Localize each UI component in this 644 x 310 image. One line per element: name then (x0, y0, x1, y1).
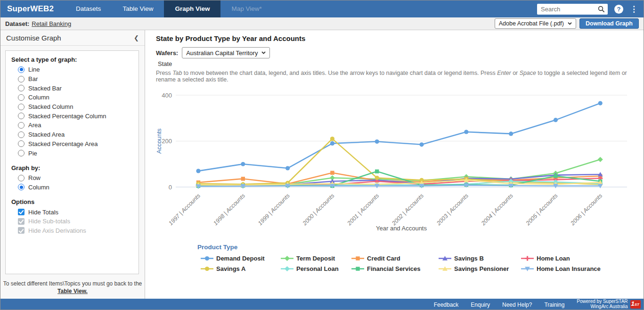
graph-type-heading: Select a type of graph: (11, 56, 133, 63)
svg-text:1997 | Accounts: 1997 | Accounts (167, 192, 202, 227)
radio-graph-type-bar[interactable]: Bar (18, 74, 133, 84)
legend-item-savings-a[interactable]: Savings A (201, 265, 281, 272)
navbar-right: ? ⋮ (537, 0, 644, 17)
options-list: Hide Totals Hide Sub-totals Hide Axis De… (11, 207, 133, 235)
chevron-down-icon (261, 51, 266, 54)
collapse-panel-icon[interactable]: ❮ (134, 34, 139, 41)
legend-item-savings-b[interactable]: Savings B (439, 255, 521, 262)
radio-icon[interactable] (18, 131, 24, 138)
radio-graph-type-stacked-bar[interactable]: Stacked Bar (18, 83, 133, 93)
radio-icon[interactable] (18, 140, 24, 147)
download-graph-button[interactable]: Download Graph (579, 18, 639, 29)
legend-item-savings-pensioner[interactable]: Savings Pensioner (439, 265, 521, 272)
chart-legend: Product Type Demand Deposit Term Deposit… (197, 244, 639, 272)
dataset-bar: Dataset: Retail Banking Adobe Acrobat Fi… (0, 17, 644, 30)
legend-item-financial-services[interactable]: Financial Services (351, 265, 439, 272)
legend-marker-icon (351, 255, 364, 261)
nav-tab-graph-view[interactable]: Graph View (164, 0, 220, 17)
svg-text:1999 | Accounts: 1999 | Accounts (257, 192, 291, 227)
footer-link-enquiry[interactable]: Enquiry (471, 302, 490, 308)
nav-tab-datasets[interactable]: Datasets (65, 0, 112, 17)
wafer-select[interactable]: Australian Capital Territory (182, 47, 270, 58)
radio-graph-by-column[interactable]: Column (18, 183, 133, 192)
footer-link-training[interactable]: Training (544, 302, 564, 308)
graph-settings-box: Select a type of graph: Line Bar Stacked… (5, 50, 139, 274)
svg-text:2003 | Accounts: 2003 | Accounts (435, 192, 470, 227)
footer-bar: FeedbackEnquiryNeed Help?Training Powere… (0, 299, 644, 310)
svg-text:0: 0 (169, 184, 172, 191)
svg-text:2006 | Accounts: 2006 | Accounts (569, 192, 604, 227)
footer-link-need-help[interactable]: Need Help? (502, 302, 532, 308)
radio-graph-type-pie[interactable]: Pie (18, 148, 133, 158)
wafer-selected-value: Australian Capital Territory (186, 49, 258, 57)
checkbox-icon (18, 218, 24, 225)
legend-item-personal-loan[interactable]: Personal Loan (281, 265, 351, 272)
menu-kebab-icon[interactable]: ⋮ (630, 5, 638, 14)
checkbox-icon[interactable] (18, 209, 24, 215)
legend-marker-icon (281, 255, 293, 261)
radio-graph-type-stacked-percentage-column[interactable]: Stacked Percentage Column (18, 111, 133, 121)
legend-marker-icon (521, 255, 534, 261)
radio-graph-type-column[interactable]: Column (18, 93, 133, 102)
export-format-select[interactable]: Adobe Acrobat File (.pdf) (495, 18, 576, 29)
sidebar-header: Customise Graph ❮ (0, 30, 145, 46)
dataset-label: Dataset: (5, 20, 29, 27)
legend-item-credit-card[interactable]: Credit Card (351, 255, 439, 262)
series-demand-deposit[interactable] (196, 101, 602, 173)
legend-item-term-deposit[interactable]: Term Deposit (281, 255, 351, 262)
options-heading: Options (11, 198, 133, 205)
dataset-link[interactable]: Retail Banking (32, 20, 71, 27)
legend-marker-icon (521, 266, 534, 272)
svg-text:2004 | Accounts: 2004 | Accounts (480, 192, 514, 227)
wafers-label: Wafers: (156, 49, 178, 57)
legend-item-demand-deposit[interactable]: Demand Deposit (201, 255, 281, 262)
nav-tab-table-view[interactable]: Table View (112, 0, 164, 17)
svg-text:Year and Accounts: Year and Accounts (376, 225, 427, 232)
powered-by-text: Powered by SuperSTAR WingArc Australia (577, 299, 628, 309)
radio-icon[interactable] (18, 184, 24, 190)
radio-icon[interactable] (18, 113, 24, 119)
sidebar-note-text: To select different Items\Topics you mus… (3, 280, 142, 287)
app-logo: SuperWEB2 (0, 0, 65, 17)
svg-text:200: 200 (162, 138, 172, 145)
superstar-1st-logo-icon: 1ST (630, 300, 641, 309)
chart-title: State by Product Type by Year and Accoun… (156, 34, 305, 42)
radio-icon[interactable] (18, 94, 24, 101)
graph-view-main: State by Product Type by Year and Accoun… (146, 30, 644, 299)
svg-text:400: 400 (162, 92, 172, 99)
search-box[interactable] (537, 4, 608, 15)
radio-graph-by-row[interactable]: Row (18, 173, 133, 183)
graph-type-list: Line Bar Stacked Bar Column Stacked Colu… (11, 65, 133, 158)
radio-icon[interactable] (18, 175, 24, 181)
footer-link-feedback[interactable]: Feedback (434, 302, 459, 308)
radio-graph-type-stacked-area[interactable]: Stacked Area (18, 130, 133, 139)
line-chart[interactable]: 0200400Accounts1997 | Accounts1998 | Acc… (146, 83, 644, 240)
legend-item-home-loan[interactable]: Home Loan (521, 255, 639, 262)
customise-graph-panel: Customise Graph ❮ Select a type of graph… (0, 30, 145, 299)
radio-graph-type-area[interactable]: Area (18, 121, 133, 130)
help-icon[interactable]: ? (614, 5, 623, 14)
checkbox-hide-totals[interactable]: Hide Totals (18, 207, 133, 217)
checkbox-hide-sub-totals: Hide Sub-totals (18, 217, 133, 226)
search-input[interactable] (541, 6, 598, 13)
export-format-value: Adobe Acrobat File (.pdf) (499, 20, 564, 27)
app-window: SuperWEB2 DatasetsTable ViewGraph ViewMa… (0, 0, 644, 310)
radio-icon[interactable] (18, 150, 24, 156)
sidebar-title: Customise Graph (6, 34, 61, 42)
radio-icon[interactable] (18, 122, 24, 129)
radio-icon[interactable] (18, 76, 24, 82)
radio-icon[interactable] (18, 66, 24, 73)
search-icon[interactable] (598, 6, 605, 13)
radio-graph-type-stacked-percentage-area[interactable]: Stacked Percentage Area (18, 139, 133, 149)
table-view-link[interactable]: Table View. (57, 288, 88, 294)
radio-icon[interactable] (18, 85, 24, 91)
radio-graph-type-line[interactable]: Line (18, 65, 133, 74)
svg-text:2000 | Accounts: 2000 | Accounts (301, 192, 336, 227)
top-navbar: SuperWEB2 DatasetsTable ViewGraph ViewMa… (0, 0, 644, 17)
radio-icon[interactable] (18, 104, 24, 110)
svg-text:2005 | Accounts: 2005 | Accounts (524, 192, 559, 227)
checkbox-icon (18, 227, 24, 234)
nav-tab-map-view[interactable]: Map View* (220, 0, 272, 17)
legend-item-home-loan-insurance[interactable]: Home Loan Insurance (521, 265, 639, 272)
radio-graph-type-stacked-column[interactable]: Stacked Column (18, 102, 133, 112)
